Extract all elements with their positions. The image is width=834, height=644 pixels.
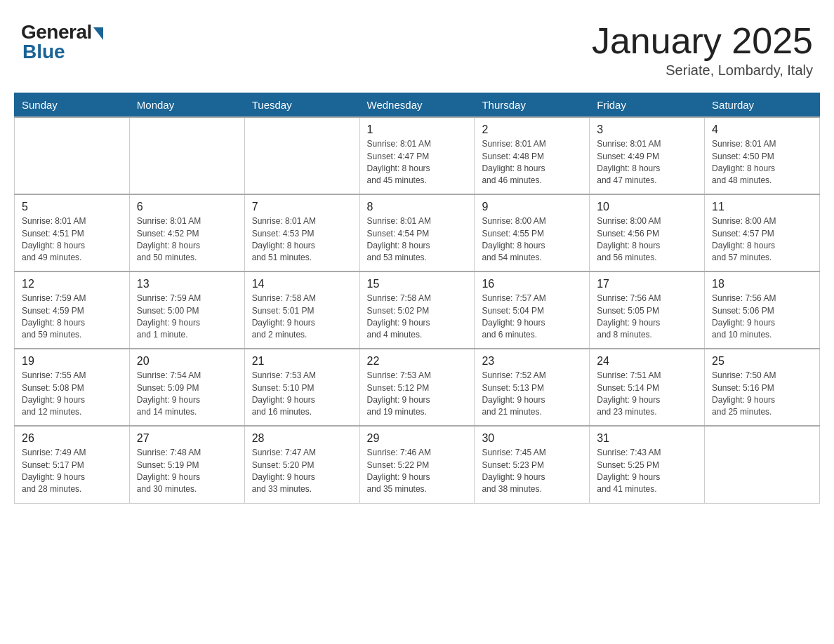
calendar-cell: 25Sunrise: 7:50 AM Sunset: 5:16 PM Dayli… — [705, 349, 820, 426]
day-number: 28 — [252, 432, 352, 445]
sun-info: Sunrise: 8:01 AM Sunset: 4:53 PM Dayligh… — [252, 215, 352, 264]
logo: General Blue — [21, 21, 103, 63]
calendar-cell: 21Sunrise: 7:53 AM Sunset: 5:10 PM Dayli… — [244, 349, 359, 426]
day-number: 2 — [482, 123, 582, 136]
page-header: General Blue January 2025 Seriate, Lomba… — [14, 14, 820, 86]
calendar-cell: 18Sunrise: 7:56 AM Sunset: 5:06 PM Dayli… — [705, 271, 820, 349]
sun-info: Sunrise: 7:50 AM Sunset: 5:16 PM Dayligh… — [712, 370, 812, 419]
sun-info: Sunrise: 8:01 AM Sunset: 4:51 PM Dayligh… — [22, 215, 122, 264]
day-number: 1 — [367, 123, 468, 136]
day-number: 19 — [22, 355, 122, 368]
calendar-cell: 3Sunrise: 8:01 AM Sunset: 4:49 PM Daylig… — [590, 117, 705, 194]
calendar-week-row: 1Sunrise: 8:01 AM Sunset: 4:47 PM Daylig… — [15, 117, 820, 194]
day-number: 15 — [367, 278, 468, 290]
calendar-cell: 9Sunrise: 8:00 AM Sunset: 4:55 PM Daylig… — [475, 194, 590, 271]
day-number: 17 — [597, 278, 697, 290]
sun-info: Sunrise: 7:43 AM Sunset: 5:25 PM Dayligh… — [597, 447, 697, 496]
calendar-cell — [129, 117, 244, 194]
calendar-cell: 19Sunrise: 7:55 AM Sunset: 5:08 PM Dayli… — [15, 349, 130, 426]
day-number: 4 — [712, 123, 812, 136]
calendar-cell — [705, 426, 820, 503]
day-number: 21 — [252, 355, 352, 368]
calendar-cell — [244, 117, 359, 194]
sun-info: Sunrise: 7:45 AM Sunset: 5:23 PM Dayligh… — [482, 447, 582, 496]
calendar-location: Seriate, Lombardy, Italy — [592, 62, 813, 79]
calendar-title: January 2025 — [592, 21, 813, 61]
calendar-week-row: 5Sunrise: 8:01 AM Sunset: 4:51 PM Daylig… — [15, 194, 820, 271]
calendar-cell: 7Sunrise: 8:01 AM Sunset: 4:53 PM Daylig… — [244, 194, 359, 271]
calendar-week-row: 19Sunrise: 7:55 AM Sunset: 5:08 PM Dayli… — [15, 349, 820, 426]
calendar-cell — [15, 117, 130, 194]
day-number: 3 — [597, 123, 697, 136]
calendar-cell: 2Sunrise: 8:01 AM Sunset: 4:48 PM Daylig… — [475, 117, 590, 194]
sun-info: Sunrise: 8:00 AM Sunset: 4:55 PM Dayligh… — [482, 215, 582, 264]
calendar-header-wednesday: Wednesday — [359, 93, 475, 118]
calendar-cell: 15Sunrise: 7:58 AM Sunset: 5:02 PM Dayli… — [359, 271, 475, 349]
calendar-cell: 16Sunrise: 7:57 AM Sunset: 5:04 PM Dayli… — [475, 271, 590, 349]
day-number: 20 — [137, 355, 237, 368]
calendar-header-sunday: Sunday — [15, 93, 130, 118]
day-number: 23 — [482, 355, 582, 368]
calendar-cell: 22Sunrise: 7:53 AM Sunset: 5:12 PM Dayli… — [359, 349, 475, 426]
sun-info: Sunrise: 7:57 AM Sunset: 5:04 PM Dayligh… — [482, 293, 582, 342]
sun-info: Sunrise: 8:00 AM Sunset: 4:56 PM Dayligh… — [597, 215, 697, 264]
day-number: 13 — [137, 278, 237, 290]
day-number: 30 — [482, 432, 582, 445]
sun-info: Sunrise: 7:58 AM Sunset: 5:02 PM Dayligh… — [367, 293, 468, 342]
day-number: 27 — [137, 432, 237, 445]
calendar-header-tuesday: Tuesday — [244, 93, 359, 118]
day-number: 18 — [712, 278, 812, 290]
calendar-cell: 26Sunrise: 7:49 AM Sunset: 5:17 PM Dayli… — [15, 426, 130, 503]
calendar-cell: 20Sunrise: 7:54 AM Sunset: 5:09 PM Dayli… — [129, 349, 244, 426]
sun-info: Sunrise: 7:49 AM Sunset: 5:17 PM Dayligh… — [22, 447, 122, 496]
sun-info: Sunrise: 7:56 AM Sunset: 5:06 PM Dayligh… — [712, 293, 812, 342]
calendar-cell: 24Sunrise: 7:51 AM Sunset: 5:14 PM Dayli… — [590, 349, 705, 426]
day-number: 24 — [597, 355, 697, 368]
day-number: 25 — [712, 355, 812, 368]
day-number: 10 — [597, 201, 697, 213]
logo-arrow-icon — [93, 27, 103, 40]
sun-info: Sunrise: 7:54 AM Sunset: 5:09 PM Dayligh… — [137, 370, 237, 419]
calendar-cell: 27Sunrise: 7:48 AM Sunset: 5:19 PM Dayli… — [129, 426, 244, 503]
calendar-week-row: 26Sunrise: 7:49 AM Sunset: 5:17 PM Dayli… — [15, 426, 820, 503]
calendar-week-row: 12Sunrise: 7:59 AM Sunset: 4:59 PM Dayli… — [15, 271, 820, 349]
calendar-cell: 12Sunrise: 7:59 AM Sunset: 4:59 PM Dayli… — [15, 271, 130, 349]
sun-info: Sunrise: 7:59 AM Sunset: 5:00 PM Dayligh… — [137, 293, 237, 342]
sun-info: Sunrise: 7:53 AM Sunset: 5:12 PM Dayligh… — [367, 370, 468, 419]
calendar-cell: 14Sunrise: 7:58 AM Sunset: 5:01 PM Dayli… — [244, 271, 359, 349]
day-number: 14 — [252, 278, 352, 290]
sun-info: Sunrise: 7:59 AM Sunset: 4:59 PM Dayligh… — [22, 293, 122, 342]
calendar-cell: 23Sunrise: 7:52 AM Sunset: 5:13 PM Dayli… — [475, 349, 590, 426]
day-number: 11 — [712, 201, 812, 213]
calendar-header-saturday: Saturday — [705, 93, 820, 118]
sun-info: Sunrise: 7:47 AM Sunset: 5:20 PM Dayligh… — [252, 447, 352, 496]
calendar-cell: 5Sunrise: 8:01 AM Sunset: 4:51 PM Daylig… — [15, 194, 130, 271]
sun-info: Sunrise: 7:58 AM Sunset: 5:01 PM Dayligh… — [252, 293, 352, 342]
sun-info: Sunrise: 8:01 AM Sunset: 4:49 PM Dayligh… — [597, 138, 697, 187]
day-number: 16 — [482, 278, 582, 290]
sun-info: Sunrise: 8:00 AM Sunset: 4:57 PM Dayligh… — [712, 215, 812, 264]
calendar-cell: 17Sunrise: 7:56 AM Sunset: 5:05 PM Dayli… — [590, 271, 705, 349]
title-block: January 2025 Seriate, Lombardy, Italy — [592, 21, 813, 79]
sun-info: Sunrise: 7:52 AM Sunset: 5:13 PM Dayligh… — [482, 370, 582, 419]
sun-info: Sunrise: 7:53 AM Sunset: 5:10 PM Dayligh… — [252, 370, 352, 419]
sun-info: Sunrise: 7:51 AM Sunset: 5:14 PM Dayligh… — [597, 370, 697, 419]
sun-info: Sunrise: 7:55 AM Sunset: 5:08 PM Dayligh… — [22, 370, 122, 419]
calendar-header-thursday: Thursday — [475, 93, 590, 118]
day-number: 6 — [137, 201, 237, 213]
calendar-header-monday: Monday — [129, 93, 244, 118]
calendar-header-row: SundayMondayTuesdayWednesdayThursdayFrid… — [15, 93, 820, 118]
day-number: 22 — [367, 355, 468, 368]
sun-info: Sunrise: 8:01 AM Sunset: 4:47 PM Dayligh… — [367, 138, 468, 187]
calendar-cell: 28Sunrise: 7:47 AM Sunset: 5:20 PM Dayli… — [244, 426, 359, 503]
day-number: 26 — [22, 432, 122, 445]
day-number: 5 — [22, 201, 122, 213]
calendar-cell: 30Sunrise: 7:45 AM Sunset: 5:23 PM Dayli… — [475, 426, 590, 503]
sun-info: Sunrise: 8:01 AM Sunset: 4:54 PM Dayligh… — [367, 215, 468, 264]
calendar-cell: 6Sunrise: 8:01 AM Sunset: 4:52 PM Daylig… — [129, 194, 244, 271]
calendar-cell: 1Sunrise: 8:01 AM Sunset: 4:47 PM Daylig… — [359, 117, 475, 194]
sun-info: Sunrise: 7:46 AM Sunset: 5:22 PM Dayligh… — [367, 447, 468, 496]
calendar-cell: 29Sunrise: 7:46 AM Sunset: 5:22 PM Dayli… — [359, 426, 475, 503]
day-number: 31 — [597, 432, 697, 445]
calendar-cell: 31Sunrise: 7:43 AM Sunset: 5:25 PM Dayli… — [590, 426, 705, 503]
